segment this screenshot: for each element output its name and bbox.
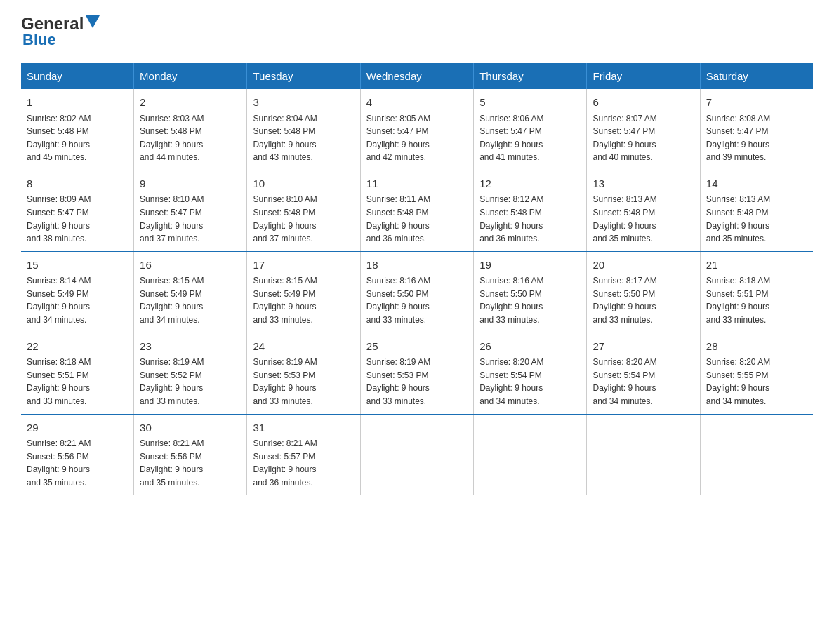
calendar-header-thursday: Thursday xyxy=(474,63,587,89)
calendar-cell: 30Sunrise: 8:21 AMSunset: 5:56 PMDayligh… xyxy=(134,414,247,495)
calendar-cell: 19Sunrise: 8:16 AMSunset: 5:50 PMDayligh… xyxy=(474,251,587,333)
day-info: Sunrise: 8:15 AMSunset: 5:49 PMDaylight:… xyxy=(253,274,354,326)
calendar-cell: 4Sunrise: 8:05 AMSunset: 5:47 PMDaylight… xyxy=(360,89,473,170)
day-info: Sunrise: 8:18 AMSunset: 5:51 PMDaylight:… xyxy=(27,356,128,408)
day-number: 4 xyxy=(366,95,468,111)
day-info: Sunrise: 8:10 AMSunset: 5:47 PMDaylight:… xyxy=(140,193,241,245)
calendar-week-row: 1Sunrise: 8:02 AMSunset: 5:48 PMDaylight… xyxy=(21,89,813,170)
calendar-cell: 6Sunrise: 8:07 AMSunset: 5:47 PMDaylight… xyxy=(587,89,700,170)
calendar-cell: 7Sunrise: 8:08 AMSunset: 5:47 PMDaylight… xyxy=(700,89,813,170)
day-info: Sunrise: 8:08 AMSunset: 5:47 PMDaylight:… xyxy=(706,112,807,164)
calendar-header-sunday: Sunday xyxy=(21,63,134,89)
day-number: 24 xyxy=(253,339,354,355)
calendar-cell: 17Sunrise: 8:15 AMSunset: 5:49 PMDayligh… xyxy=(247,251,360,333)
page-header: General Blue xyxy=(21,14,813,49)
calendar-cell: 25Sunrise: 8:19 AMSunset: 5:53 PMDayligh… xyxy=(360,333,473,414)
day-number: 14 xyxy=(706,176,807,192)
day-number: 1 xyxy=(27,95,128,111)
day-info: Sunrise: 8:11 AMSunset: 5:48 PMDaylight:… xyxy=(366,193,468,245)
day-number: 20 xyxy=(593,257,694,274)
logo-arrow-icon xyxy=(86,15,100,29)
day-number: 28 xyxy=(706,339,807,355)
day-info: Sunrise: 8:09 AMSunset: 5:47 PMDaylight:… xyxy=(27,193,128,245)
day-info: Sunrise: 8:06 AMSunset: 5:47 PMDaylight:… xyxy=(479,112,581,164)
calendar-cell: 24Sunrise: 8:19 AMSunset: 5:53 PMDayligh… xyxy=(247,333,360,414)
calendar-cell xyxy=(474,414,587,495)
day-number: 30 xyxy=(140,420,241,436)
day-info: Sunrise: 8:16 AMSunset: 5:50 PMDaylight:… xyxy=(479,274,581,326)
calendar-cell: 31Sunrise: 8:21 AMSunset: 5:57 PMDayligh… xyxy=(247,414,360,495)
day-info: Sunrise: 8:19 AMSunset: 5:53 PMDaylight:… xyxy=(366,356,468,408)
day-info: Sunrise: 8:04 AMSunset: 5:48 PMDaylight:… xyxy=(253,112,354,164)
calendar-cell: 10Sunrise: 8:10 AMSunset: 5:48 PMDayligh… xyxy=(247,170,360,251)
calendar-cell: 22Sunrise: 8:18 AMSunset: 5:51 PMDayligh… xyxy=(21,333,134,414)
calendar-cell: 27Sunrise: 8:20 AMSunset: 5:54 PMDayligh… xyxy=(587,333,700,414)
day-info: Sunrise: 8:20 AMSunset: 5:55 PMDaylight:… xyxy=(706,356,807,408)
day-number: 6 xyxy=(593,95,694,111)
day-number: 3 xyxy=(253,95,354,111)
calendar-cell: 20Sunrise: 8:17 AMSunset: 5:50 PMDayligh… xyxy=(587,251,700,333)
calendar-week-row: 22Sunrise: 8:18 AMSunset: 5:51 PMDayligh… xyxy=(21,333,813,414)
calendar-cell: 8Sunrise: 8:09 AMSunset: 5:47 PMDaylight… xyxy=(21,170,134,251)
day-number: 7 xyxy=(706,95,807,111)
day-info: Sunrise: 8:21 AMSunset: 5:57 PMDaylight:… xyxy=(253,437,354,489)
calendar-week-row: 29Sunrise: 8:21 AMSunset: 5:56 PMDayligh… xyxy=(21,414,813,495)
day-info: Sunrise: 8:18 AMSunset: 5:51 PMDaylight:… xyxy=(706,274,807,326)
calendar-header-wednesday: Wednesday xyxy=(360,63,473,89)
day-info: Sunrise: 8:03 AMSunset: 5:48 PMDaylight:… xyxy=(140,112,241,164)
day-number: 22 xyxy=(27,339,128,355)
calendar-cell: 16Sunrise: 8:15 AMSunset: 5:49 PMDayligh… xyxy=(134,251,247,333)
day-number: 21 xyxy=(706,257,807,274)
calendar-cell: 5Sunrise: 8:06 AMSunset: 5:47 PMDaylight… xyxy=(474,89,587,170)
day-info: Sunrise: 8:13 AMSunset: 5:48 PMDaylight:… xyxy=(593,193,694,245)
calendar-cell: 21Sunrise: 8:18 AMSunset: 5:51 PMDayligh… xyxy=(700,251,813,333)
day-number: 8 xyxy=(27,176,128,192)
day-number: 2 xyxy=(140,95,241,111)
day-info: Sunrise: 8:17 AMSunset: 5:50 PMDaylight:… xyxy=(593,274,694,326)
calendar-table: SundayMondayTuesdayWednesdayThursdayFrid… xyxy=(21,63,813,495)
day-info: Sunrise: 8:07 AMSunset: 5:47 PMDaylight:… xyxy=(593,112,694,164)
calendar-cell xyxy=(360,414,473,495)
day-number: 29 xyxy=(27,420,128,436)
calendar-cell: 12Sunrise: 8:12 AMSunset: 5:48 PMDayligh… xyxy=(474,170,587,251)
calendar-week-row: 15Sunrise: 8:14 AMSunset: 5:49 PMDayligh… xyxy=(21,251,813,333)
day-info: Sunrise: 8:21 AMSunset: 5:56 PMDaylight:… xyxy=(27,437,128,489)
day-info: Sunrise: 8:16 AMSunset: 5:50 PMDaylight:… xyxy=(366,274,468,326)
day-info: Sunrise: 8:20 AMSunset: 5:54 PMDaylight:… xyxy=(593,356,694,408)
day-number: 23 xyxy=(140,339,241,355)
day-info: Sunrise: 8:02 AMSunset: 5:48 PMDaylight:… xyxy=(27,112,128,164)
day-number: 12 xyxy=(479,176,581,192)
calendar-cell: 15Sunrise: 8:14 AMSunset: 5:49 PMDayligh… xyxy=(21,251,134,333)
calendar-cell: 29Sunrise: 8:21 AMSunset: 5:56 PMDayligh… xyxy=(21,414,134,495)
calendar-cell: 11Sunrise: 8:11 AMSunset: 5:48 PMDayligh… xyxy=(360,170,473,251)
day-number: 31 xyxy=(253,420,354,436)
day-info: Sunrise: 8:12 AMSunset: 5:48 PMDaylight:… xyxy=(479,193,581,245)
day-number: 15 xyxy=(27,257,128,274)
day-number: 19 xyxy=(479,257,581,274)
calendar-cell: 14Sunrise: 8:13 AMSunset: 5:48 PMDayligh… xyxy=(700,170,813,251)
logo-blue-text: Blue xyxy=(22,31,56,48)
day-info: Sunrise: 8:13 AMSunset: 5:48 PMDaylight:… xyxy=(706,193,807,245)
day-number: 10 xyxy=(253,176,354,192)
day-number: 9 xyxy=(140,176,241,192)
calendar-cell: 2Sunrise: 8:03 AMSunset: 5:48 PMDaylight… xyxy=(134,89,247,170)
calendar-cell xyxy=(700,414,813,495)
calendar-cell: 26Sunrise: 8:20 AMSunset: 5:54 PMDayligh… xyxy=(474,333,587,414)
svg-marker-0 xyxy=(86,15,100,28)
day-info: Sunrise: 8:19 AMSunset: 5:53 PMDaylight:… xyxy=(253,356,354,408)
calendar-cell: 3Sunrise: 8:04 AMSunset: 5:48 PMDaylight… xyxy=(247,89,360,170)
calendar-header-friday: Friday xyxy=(587,63,700,89)
day-info: Sunrise: 8:14 AMSunset: 5:49 PMDaylight:… xyxy=(27,274,128,326)
calendar-cell xyxy=(587,414,700,495)
calendar-cell: 13Sunrise: 8:13 AMSunset: 5:48 PMDayligh… xyxy=(587,170,700,251)
day-number: 13 xyxy=(593,176,694,192)
day-number: 18 xyxy=(366,257,468,274)
day-number: 27 xyxy=(593,339,694,355)
calendar-week-row: 8Sunrise: 8:09 AMSunset: 5:47 PMDaylight… xyxy=(21,170,813,251)
day-info: Sunrise: 8:19 AMSunset: 5:52 PMDaylight:… xyxy=(140,356,241,408)
calendar-cell: 23Sunrise: 8:19 AMSunset: 5:52 PMDayligh… xyxy=(134,333,247,414)
day-number: 17 xyxy=(253,257,354,274)
day-info: Sunrise: 8:10 AMSunset: 5:48 PMDaylight:… xyxy=(253,193,354,245)
logo: General Blue xyxy=(21,14,100,49)
calendar-cell: 1Sunrise: 8:02 AMSunset: 5:48 PMDaylight… xyxy=(21,89,134,170)
